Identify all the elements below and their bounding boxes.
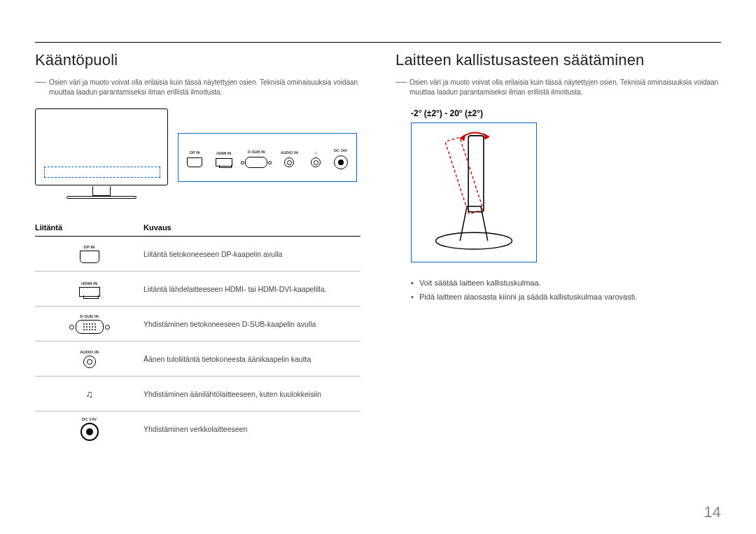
footnote-dash-icon [35, 82, 46, 83]
port-dsub: D-SUB IN [245, 150, 267, 168]
bullet-item: Pidä laitteen alaosasta kiinni ja säädä … [411, 290, 721, 304]
audio-in-jack-icon [284, 157, 294, 167]
monitor-body-outline [35, 108, 168, 185]
table-row: ♫ Yhdistäminen äänilähtölaitteeseen, kut… [35, 377, 360, 412]
dc-jack-icon [334, 155, 348, 169]
page-number: 14 [704, 503, 721, 521]
table-row: DP IN Liitäntä tietokoneeseen DP-kaapeli… [35, 237, 360, 272]
table-row: DC 14V Yhdistäminen verkkolaitteeseen [35, 412, 360, 447]
dp-port-icon [187, 157, 202, 167]
right-column: Laitteen kallistusasteen säätäminen Osie… [396, 51, 721, 447]
headphone-icon: ♫ [85, 388, 93, 400]
table-row: AUDIO IN Äänen tuloliitäntä tietokoneest… [35, 342, 360, 377]
th-connector: Liitäntä [35, 223, 144, 232]
monitor-base [66, 196, 136, 199]
tilt-bullets: Voit säätää laitteen kallistuskulmaa. Pi… [411, 276, 721, 304]
audio-in-jack-icon [83, 356, 96, 368]
port-headphone: ♫ [311, 150, 321, 167]
svg-point-0 [436, 232, 512, 249]
right-footnote: Osien väri ja muoto voivat olla erilaisi… [396, 78, 721, 97]
footnote-dash-icon [396, 82, 407, 83]
bullet-item: Voit säätää laitteen kallistuskulmaa. [411, 276, 721, 290]
table-header: Liitäntä Kuvaus [35, 223, 360, 237]
th-description: Kuvaus [144, 223, 172, 232]
vga-port-icon [76, 320, 104, 334]
right-heading: Laitteen kallistusasteen säätäminen [396, 51, 721, 69]
monitor-neck [92, 186, 111, 196]
left-heading: Kääntöpuoli [35, 51, 360, 69]
port-dc: DC 14V [334, 148, 348, 169]
svg-rect-2 [445, 137, 483, 214]
hdmi-port-icon [79, 287, 100, 297]
table-row: HDMI IN Liitäntä lähdelaitteeseen HDMI- … [35, 272, 360, 307]
monitor-rear-illustration [35, 108, 168, 206]
headphone-icon: ♫ [314, 150, 317, 155]
hdmi-port-icon [216, 158, 232, 167]
tilt-illustration [411, 122, 537, 262]
port-strip-callout-box [44, 167, 160, 178]
port-hdmi: HDMI IN [216, 151, 232, 167]
port-audioin: AUDIO IN [281, 150, 298, 167]
tilt-range-label: -2° (±2°) - 20° (±2°) [411, 108, 721, 118]
port-strip-enlarged: DP IN HDMI IN D-SUB IN AUDIO IN ♫ [178, 133, 357, 182]
vga-port-icon [245, 157, 267, 168]
svg-rect-1 [468, 136, 484, 212]
dp-port-icon [80, 251, 99, 263]
top-rule [35, 42, 721, 43]
connector-table: Liitäntä Kuvaus DP IN Liitäntä tietokone… [35, 223, 360, 447]
dc-jack-icon [80, 423, 99, 441]
right-footnote-text: Osien väri ja muoto voivat olla erilaisi… [410, 78, 721, 97]
left-footnote-text: Osien väri ja muoto voivat olla erilaisi… [49, 78, 360, 97]
rear-illustration-row: DP IN HDMI IN D-SUB IN AUDIO IN ♫ [35, 108, 360, 206]
left-footnote: Osien väri ja muoto voivat olla erilaisi… [35, 78, 360, 97]
headphone-jack-icon [311, 157, 321, 167]
left-column: Kääntöpuoli Osien väri ja muoto voivat o… [35, 51, 360, 447]
table-row: D-SUB IN Yhdistäminen tietokoneeseen D-S… [35, 307, 360, 342]
port-dp: DP IN [187, 150, 202, 167]
